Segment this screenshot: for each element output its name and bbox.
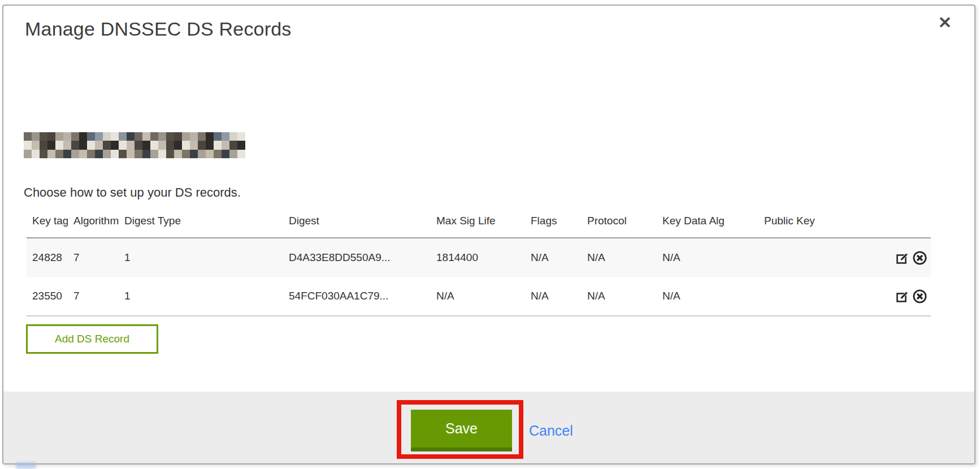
cell-protocol: N/A (582, 290, 657, 302)
save-button[interactable]: Save (411, 410, 512, 451)
add-ds-record-button[interactable]: Add DS Record (26, 324, 158, 354)
background-page-artifact (16, 462, 36, 469)
column-header-digest-type: Digest Type (119, 215, 283, 227)
cell-protocol: N/A (582, 251, 657, 264)
column-header-digest: Digest (283, 215, 431, 227)
cell-flags: N/A (525, 251, 582, 264)
delete-record-icon[interactable] (912, 250, 927, 266)
page-title: Manage DNSSEC DS Records (25, 18, 292, 40)
cell-key-data-alg: N/A (657, 290, 758, 302)
cell-digest-type: 1 (119, 290, 283, 302)
table-row: 24828 7 1 D4A33E8DD550A9... 1814400 N/A … (27, 238, 931, 277)
column-header-algorithm: Algorithm (68, 215, 119, 227)
column-header-key-data-alg: Key Data Alg (657, 215, 758, 227)
cell-digest: 54FCF030AA1C79... (283, 290, 431, 302)
cell-algorithm: 7 (68, 251, 119, 264)
table-header-row: Key tag Algorithm Digest Type Digest Max… (27, 205, 931, 237)
cell-flags: N/A (525, 290, 582, 302)
instruction-text: Choose how to set up your DS records. (24, 185, 241, 200)
edit-record-icon[interactable] (895, 250, 910, 266)
column-header-protocol: Protocol (582, 215, 657, 227)
ds-records-table: Key tag Algorithm Digest Type Digest Max… (27, 205, 931, 316)
table-body: 24828 7 1 D4A33E8DD550A9... 1814400 N/A … (27, 237, 931, 316)
column-header-flags: Flags (525, 215, 582, 227)
column-header-max-sig-life: Max Sig Life (431, 215, 525, 227)
cell-key-tag: 23550 (27, 290, 68, 302)
table-row: 23550 7 1 54FCF030AA1C79... N/A N/A N/A … (27, 277, 931, 315)
cell-max-sig-life: N/A (431, 290, 525, 302)
cell-digest: D4A33E8DD550A9... (283, 251, 431, 264)
cell-algorithm: 7 (68, 290, 119, 302)
cell-max-sig-life: 1814400 (431, 251, 525, 264)
close-icon[interactable]: ✕ (938, 15, 952, 31)
cell-key-tag: 24828 (27, 251, 68, 264)
redacted-domain-name (24, 132, 245, 158)
cell-digest-type: 1 (119, 251, 283, 264)
cancel-link[interactable]: Cancel (529, 423, 573, 439)
delete-record-icon[interactable] (912, 288, 927, 304)
column-header-public-key: Public Key (758, 215, 886, 227)
cell-key-data-alg: N/A (657, 251, 758, 264)
manage-dnssec-dialog: Manage DNSSEC DS Records ✕ Choose how to… (2, 5, 975, 464)
column-header-key-tag: Key tag (27, 215, 68, 227)
edit-record-icon[interactable] (895, 288, 910, 304)
